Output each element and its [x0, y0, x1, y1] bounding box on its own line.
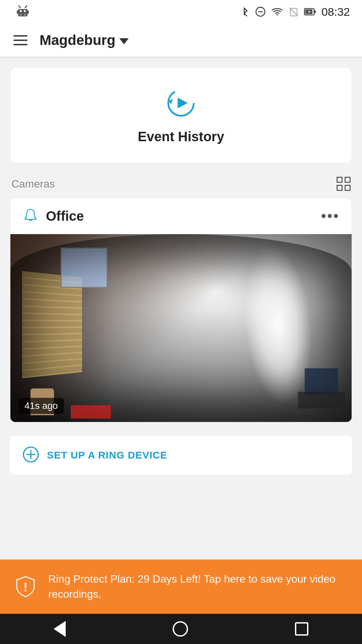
camera-card-header: Office ••• — [10, 198, 352, 234]
bell-icon[interactable] — [22, 207, 39, 225]
svg-rect-0 — [18, 9, 27, 16]
svg-text:!: ! — [23, 580, 27, 594]
svg-line-5 — [19, 6, 20, 8]
battery-icon — [304, 6, 316, 17]
svg-line-6 — [25, 6, 27, 8]
plus-circle-icon — [22, 446, 40, 465]
back-icon — [54, 621, 66, 637]
setup-ring-row[interactable]: SET UP A RING DEVICE — [10, 436, 352, 475]
camera-card-office[interactable]: Office ••• 41s ago — [10, 198, 352, 422]
svg-point-1 — [20, 10, 22, 12]
status-time: 08:32 — [321, 5, 350, 18]
home-button[interactable] — [173, 621, 188, 637]
chevron-down-icon — [119, 38, 129, 44]
event-history-label: Event History — [138, 129, 224, 144]
sim-icon — [289, 6, 299, 17]
desk — [298, 392, 345, 409]
menu-button[interactable] — [13, 35, 27, 45]
svg-rect-4 — [27, 10, 29, 14]
svg-point-2 — [24, 10, 26, 12]
grid-view-toggle[interactable] — [337, 177, 351, 191]
camera-more-button[interactable]: ••• — [321, 209, 340, 223]
grid-cell-2 — [345, 177, 351, 183]
setup-ring-label: SET UP A RING DEVICE — [47, 449, 167, 461]
svg-rect-3 — [17, 10, 18, 14]
grid-cell-3 — [337, 185, 343, 191]
svg-point-12 — [277, 14, 278, 15]
svg-rect-7 — [20, 14, 22, 16]
dnd-icon — [255, 6, 266, 17]
status-bar: 08:32 — [0, 0, 362, 23]
home-icon — [173, 621, 188, 637]
cameras-section-header: Cameras — [10, 177, 352, 191]
svg-marker-21 — [178, 98, 188, 108]
svg-marker-20 — [169, 99, 173, 104]
wifi-icon — [271, 6, 283, 17]
grid-cell-1 — [337, 177, 343, 183]
grid-cell-4 — [345, 185, 351, 191]
camera-name-group: Office — [22, 207, 84, 225]
recents-icon — [295, 622, 308, 636]
status-icons: 08:32 — [239, 5, 350, 18]
timestamp-badge: 41s ago — [18, 398, 64, 414]
shield-exclamation-icon: ! — [13, 574, 38, 599]
cameras-section-label: Cameras — [11, 178, 55, 190]
camera-scene — [10, 234, 352, 422]
ring-protect-banner[interactable]: ! Ring Protect Plan: 29 Days Left! Tap h… — [0, 559, 362, 614]
monitor — [305, 368, 338, 395]
main-content: Event History Cameras Office ••• — [0, 58, 362, 475]
bluetooth-icon — [239, 6, 250, 17]
event-history-icon — [164, 86, 198, 121]
event-history-card[interactable]: Event History — [10, 67, 352, 163]
top-nav: Magdeburg — [0, 23, 362, 57]
svg-rect-16 — [314, 10, 316, 13]
location-title: Magdeburg — [40, 32, 115, 48]
camera-name: Office — [46, 209, 84, 224]
back-button[interactable] — [54, 621, 66, 637]
recents-button[interactable] — [295, 622, 308, 636]
window — [61, 248, 108, 288]
camera-thumbnail[interactable]: 41s ago — [10, 234, 352, 422]
android-icon — [15, 4, 30, 19]
protect-text: Ring Protect Plan: 29 Days Left! Tap her… — [48, 572, 349, 602]
red-package — [71, 405, 111, 419]
svg-rect-8 — [24, 14, 26, 16]
bottom-nav — [0, 614, 362, 644]
location-selector[interactable]: Magdeburg — [40, 32, 129, 48]
